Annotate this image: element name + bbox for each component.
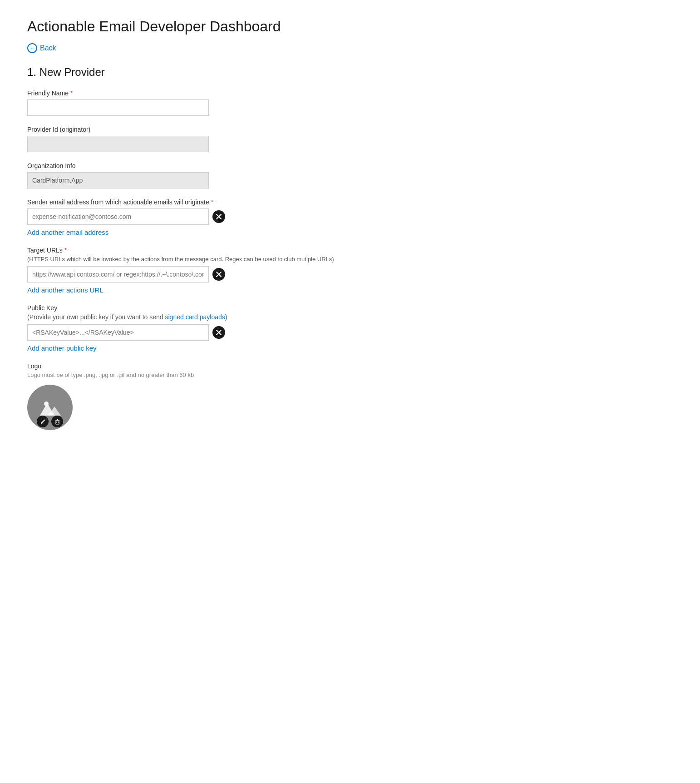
page-title: Actionable Email Developer Dashboard [27, 18, 673, 35]
org-info-input [27, 172, 209, 188]
close-icon [216, 329, 222, 336]
target-url-input[interactable] [27, 266, 209, 282]
public-key-description: (Provide your own public key if you want… [27, 313, 673, 321]
logo-edit-button[interactable] [37, 416, 49, 427]
sender-email-required-star: * [211, 198, 213, 206]
back-link[interactable]: ← Back [27, 43, 673, 53]
public-key-input-row [27, 324, 673, 341]
logo-label: Logo [27, 362, 673, 370]
section-title: 1. New Provider [27, 66, 673, 79]
friendly-name-input[interactable] [27, 99, 209, 116]
target-url-clear-button[interactable] [212, 268, 225, 281]
back-label: Back [40, 44, 56, 52]
add-email-link[interactable]: Add another email address [27, 228, 108, 236]
logo-section: Logo Logo must be of type .png, .jpg or … [27, 362, 673, 430]
logo-description: Logo must be of type .png, .jpg or .gif … [27, 372, 673, 378]
add-url-link[interactable]: Add another actions URL [27, 286, 104, 294]
sender-email-clear-button[interactable] [212, 210, 225, 223]
provider-id-input [27, 136, 209, 152]
target-urls-required-star: * [64, 247, 67, 254]
org-info-group: Organization Info [27, 162, 673, 188]
sender-email-input-row [27, 208, 673, 225]
close-icon [216, 213, 222, 220]
logo-preview [27, 385, 73, 430]
logo-delete-button[interactable] [51, 416, 63, 427]
back-arrow-icon: ← [27, 43, 37, 53]
trash-icon [54, 419, 60, 425]
sender-email-group: Sender email address from which actionab… [27, 198, 673, 237]
target-urls-label: Target URLs * [27, 247, 673, 254]
friendly-name-label: Friendly Name * [27, 89, 673, 97]
sender-email-label: Sender email address from which actionab… [27, 198, 673, 206]
public-key-input[interactable] [27, 324, 209, 341]
friendly-name-group: Friendly Name * [27, 89, 673, 116]
public-key-group: Public Key (Provide your own public key … [27, 304, 673, 352]
sender-email-input[interactable] [27, 208, 209, 225]
target-urls-group: Target URLs * (HTTPS URLs which will be … [27, 247, 673, 294]
edit-icon [40, 419, 46, 425]
target-url-input-row [27, 266, 673, 282]
required-star: * [70, 89, 73, 97]
signed-card-payloads-link[interactable]: signed card payloads [165, 313, 225, 321]
org-info-label: Organization Info [27, 162, 673, 169]
close-icon [216, 271, 222, 278]
svg-rect-9 [56, 421, 59, 424]
public-key-label: Public Key [27, 304, 673, 312]
logo-actions [37, 416, 63, 427]
public-key-clear-button[interactable] [212, 326, 225, 339]
target-urls-description: (HTTPS URLs which will be invoked by the… [27, 256, 673, 263]
provider-id-group: Provider Id (originator) [27, 126, 673, 152]
add-key-link[interactable]: Add another public key [27, 344, 97, 352]
provider-id-label: Provider Id (originator) [27, 126, 673, 133]
